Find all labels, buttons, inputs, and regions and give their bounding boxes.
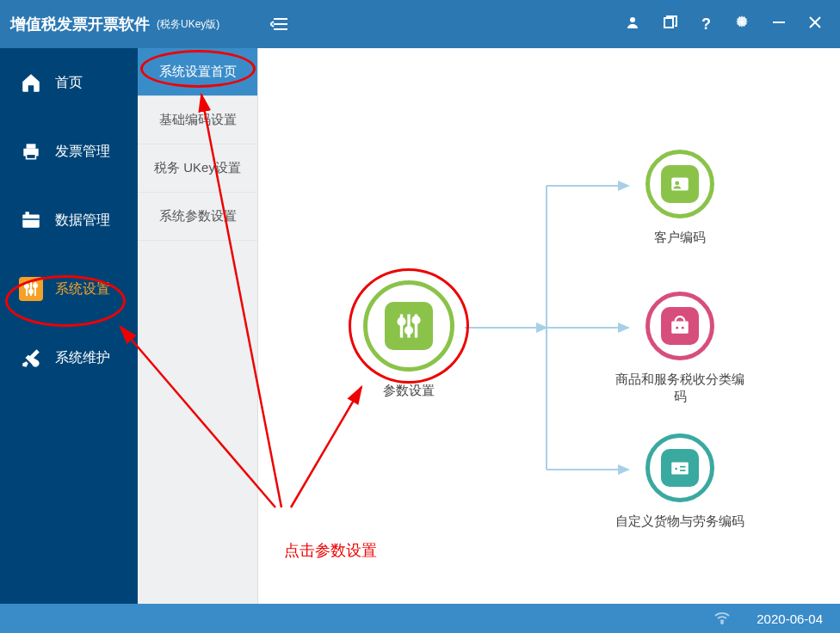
content-area: 参数设置 客户编码 商品和服务税收分类编码 自定义货物与劳务编码 bbox=[258, 48, 840, 604]
svg-point-30 bbox=[406, 328, 412, 334]
sidebar-item-label: 首页 bbox=[55, 74, 83, 92]
custom-icon bbox=[645, 433, 714, 502]
tab-icon[interactable] bbox=[664, 15, 677, 33]
printer-icon bbox=[19, 139, 43, 163]
svg-rect-4 bbox=[664, 18, 673, 28]
submenu-item-ukey[interactable]: 税务 UKey设置 bbox=[138, 144, 257, 193]
params-circle-icon bbox=[363, 280, 454, 372]
svg-point-20 bbox=[34, 284, 37, 287]
node-customer-code[interactable]: 客户编码 bbox=[615, 150, 744, 246]
svg-rect-10 bbox=[27, 144, 36, 148]
svg-point-38 bbox=[675, 468, 677, 470]
svg-rect-34 bbox=[671, 322, 689, 334]
svg-point-33 bbox=[675, 181, 679, 186]
svg-point-19 bbox=[29, 290, 33, 293]
sidebar-item-label: 发票管理 bbox=[55, 143, 110, 161]
menu-toggle-button[interactable] bbox=[267, 14, 291, 34]
tools-icon bbox=[19, 346, 43, 370]
svg-rect-13 bbox=[26, 212, 29, 215]
sidebar-item-home[interactable]: 首页 bbox=[0, 48, 138, 117]
sliders-icon bbox=[19, 277, 43, 301]
wifi-icon bbox=[713, 611, 731, 627]
svg-point-35 bbox=[676, 327, 678, 329]
window-controls: ? bbox=[626, 15, 830, 34]
close-button[interactable] bbox=[809, 16, 821, 32]
sidebar-item-invoice[interactable]: 发票管理 bbox=[0, 117, 138, 186]
svg-point-3 bbox=[630, 17, 635, 22]
submenu-item-base-coding[interactable]: 基础编码设置 bbox=[138, 96, 257, 144]
submenu-item-settings-home[interactable]: 系统设置首页 bbox=[138, 48, 257, 96]
minimize-button[interactable] bbox=[773, 16, 785, 32]
customer-icon bbox=[645, 150, 714, 218]
svg-rect-40 bbox=[680, 470, 686, 471]
app-title: 增值税发票开票软件 bbox=[10, 14, 150, 34]
svg-point-44 bbox=[721, 622, 723, 624]
submenu: 系统设置首页 基础编码设置 税务 UKey设置 系统参数设置 bbox=[138, 48, 258, 604]
sidebar-item-label: 系统维护 bbox=[55, 349, 110, 367]
data-icon bbox=[19, 208, 43, 232]
sidebar-item-maintenance[interactable]: 系统维护 bbox=[0, 323, 138, 392]
sidebar-item-data[interactable]: 数据管理 bbox=[0, 186, 138, 255]
svg-point-18 bbox=[25, 285, 28, 288]
node-label: 商品和服务税收分类编码 bbox=[615, 371, 744, 406]
node-label: 自定义货物与劳务编码 bbox=[615, 513, 744, 530]
node-label: 客户编码 bbox=[654, 229, 706, 246]
statusbar: 2020-06-04 bbox=[0, 604, 840, 633]
app-version: (税务UKey版) bbox=[157, 17, 219, 32]
goods-icon bbox=[645, 292, 714, 360]
node-custom-goods-code[interactable]: 自定义货物与劳务编码 bbox=[615, 433, 744, 530]
sidebar-item-settings[interactable]: 系统设置 bbox=[0, 255, 138, 323]
sidebar: 首页 发票管理 数据管理 系统设置 系统维护 bbox=[0, 48, 138, 604]
svg-point-29 bbox=[398, 319, 405, 325]
home-icon bbox=[19, 71, 43, 95]
svg-rect-12 bbox=[22, 215, 40, 228]
status-date: 2020-06-04 bbox=[757, 611, 823, 626]
sidebar-item-label: 系统设置 bbox=[55, 280, 110, 298]
svg-point-31 bbox=[413, 317, 419, 323]
titlebar: 增值税发票开票软件 (税务UKey版) ? bbox=[0, 0, 840, 48]
node-goods-tax-code[interactable]: 商品和服务税收分类编码 bbox=[615, 292, 744, 406]
node-params[interactable]: 参数设置 bbox=[344, 280, 473, 399]
submenu-item-params[interactable]: 系统参数设置 bbox=[138, 193, 257, 241]
svg-point-36 bbox=[682, 327, 684, 329]
sidebar-item-label: 数据管理 bbox=[55, 212, 110, 230]
node-label: 参数设置 bbox=[383, 382, 435, 399]
svg-rect-39 bbox=[680, 466, 686, 468]
svg-rect-37 bbox=[671, 463, 689, 475]
user-icon[interactable] bbox=[626, 15, 639, 33]
help-icon[interactable]: ? bbox=[701, 15, 711, 34]
settings-icon[interactable] bbox=[735, 15, 749, 33]
svg-rect-11 bbox=[27, 154, 36, 158]
